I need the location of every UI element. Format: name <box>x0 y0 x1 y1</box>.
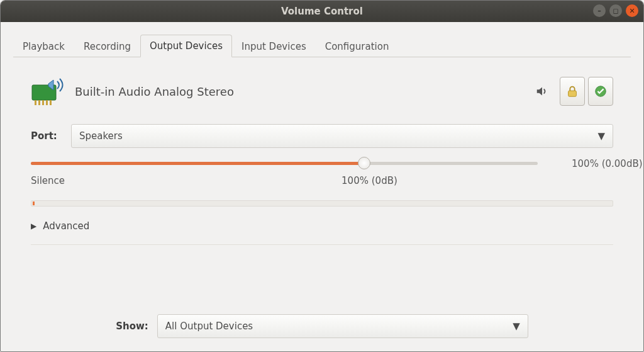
svg-rect-6 <box>569 91 577 96</box>
volume-slider-track[interactable] <box>31 162 538 165</box>
volume-slider: 100% (0.00dB) Silence 100% (0dB) <box>31 162 613 186</box>
mute-button[interactable] <box>535 84 549 98</box>
expander-icon: ▶ <box>31 222 36 230</box>
set-default-button[interactable] <box>588 77 613 106</box>
window-title: Volume Control <box>281 6 363 17</box>
volume-slider-thumb[interactable] <box>358 157 370 169</box>
port-label: Port: <box>31 130 64 142</box>
window-minimize-button[interactable]: – <box>593 4 606 17</box>
tab-configuration[interactable]: Configuration <box>316 35 399 57</box>
window-maximize-button[interactable]: ◻ <box>609 4 622 17</box>
svg-rect-5 <box>50 100 52 105</box>
tab-input-devices[interactable]: Input Devices <box>232 35 316 57</box>
svg-rect-2 <box>38 100 40 105</box>
advanced-label: Advanced <box>43 220 89 232</box>
window-titlebar: Volume Control – ◻ ✕ <box>1 1 643 22</box>
volume-slider-marks: Silence 100% (0dB) <box>31 175 613 186</box>
volume-readout: 100% (0.00dB) <box>572 158 643 169</box>
window-close-button[interactable]: ✕ <box>626 4 638 17</box>
svg-rect-1 <box>35 100 36 105</box>
advanced-expander[interactable]: ▶ Advanced <box>31 220 613 232</box>
footer-row: Show: All Output Devices ▼ <box>31 314 613 338</box>
output-devices-pane: Built-in Audio Analog Stereo <box>13 57 631 344</box>
device-name: Built-in Audio Analog Stereo <box>75 85 234 98</box>
check-icon <box>594 84 608 98</box>
tab-output-devices[interactable]: Output Devices <box>140 35 232 57</box>
show-select-value: All Output Devices <box>165 321 253 332</box>
lock-icon <box>565 84 579 98</box>
chevron-down-icon: ▼ <box>597 130 605 142</box>
chevron-down-icon: ▼ <box>513 321 520 332</box>
lock-channels-button[interactable] <box>560 77 585 106</box>
window-content: Playback Recording Output Devices Input … <box>1 22 643 352</box>
sound-card-icon <box>31 76 66 106</box>
tab-recording[interactable]: Recording <box>74 35 140 57</box>
port-row: Port: Speakers ▼ <box>31 124 613 148</box>
volume-mark-100: 100% (0dB) <box>341 175 397 186</box>
svg-rect-3 <box>42 100 44 105</box>
port-select[interactable]: Speakers ▼ <box>71 124 613 148</box>
vu-meter-level <box>33 202 35 205</box>
show-label: Show: <box>116 321 148 332</box>
volume-mark-silence: Silence <box>31 175 65 186</box>
speaker-icon <box>535 84 549 98</box>
window-controls: – ◻ ✕ <box>593 4 638 17</box>
svg-rect-4 <box>46 100 48 105</box>
tab-playback[interactable]: Playback <box>13 35 74 57</box>
port-select-value: Speakers <box>79 130 123 142</box>
section-divider <box>31 244 613 245</box>
volume-control-window: Volume Control – ◻ ✕ Playback Recording … <box>0 0 644 352</box>
device-header: Built-in Audio Analog Stereo <box>31 76 613 106</box>
volume-slider-fill <box>31 162 364 165</box>
vu-meter <box>31 200 613 207</box>
show-select[interactable]: All Output Devices ▼ <box>157 314 528 338</box>
tab-bar: Playback Recording Output Devices Input … <box>13 33 631 57</box>
